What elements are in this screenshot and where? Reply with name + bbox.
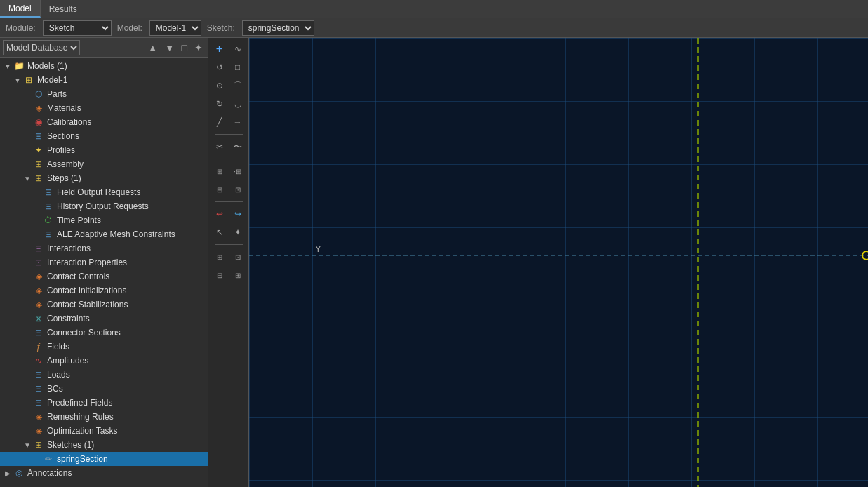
tool-add-btn[interactable]: + [211,41,228,58]
module-select[interactable]: Sketch Part Assembly Step Interaction Lo… [43,20,112,36]
tool-arrow-btn[interactable]: → [229,114,246,131]
tree-item-profiles[interactable]: ✦ Profiles [0,143,208,157]
tree-item-model1[interactable]: ▼ ⊞ Model-1 [0,73,208,87]
tool-cursor-btn[interactable]: ↖ [211,224,228,241]
tree-label-materials: Materials [47,103,81,113]
tree-label-assembly: Assembly [47,159,84,169]
model-label: Model: [117,23,142,33]
tool-row-grid1: ⊞ ·⊞ [211,163,246,180]
panel-icons: ▲ ▼ □ ✦ [146,41,205,54]
tool-fx-btn[interactable]: ⊞ [211,248,228,265]
tool-row-view: ⊙ ⌒ [211,77,246,94]
left-panel: Model Database ▲ ▼ □ ✦ ▼ 📁 Models (1) ▼ … [0,38,208,487]
tool-redo-btn[interactable]: ↪ [229,206,246,222]
tree-icon-amplitudes: ∿ [32,355,45,366]
tree-label-calibrations: Calibrations [47,117,91,127]
tree-item-fields[interactable]: ƒ Fields [0,340,208,354]
tool-row-line: ╱ → [211,114,246,131]
tree-item-amplitudes[interactable]: ∿ Amplitudes [0,354,208,368]
tree-item-predefined[interactable]: ⊟ Predefined Fields [0,396,208,410]
tree-item-contact-init[interactable]: ◈ Contact Initializations [0,283,208,298]
tree-icon-assembly: ⊞ [32,159,45,170]
tool-undo-btn[interactable]: ↩ [211,206,228,222]
tree-label-time-points: Time Points [57,215,101,225]
tool-panel: + ∿ ↺ □ ⊙ ⌒ ↻ ◡ ╱ → ✂ 〜 [208,38,249,487]
module-label: Module: [6,23,36,33]
tree-icon-contact-controls: ◈ [32,271,45,282]
tree-item-steps[interactable]: ▼ ⊞ Steps (1) [0,171,208,185]
tree-item-materials[interactable]: ◈ Materials [0,101,208,115]
tree-label-contact-controls: Contact Controls [47,272,109,281]
tree-item-springsection[interactable]: ✏ springSection [0,452,208,466]
tab-results[interactable]: Results [41,0,86,18]
tree-item-sections[interactable]: ⊟ Sections [0,129,208,143]
tree-item-field-output[interactable]: ⊟ Field Output Requests [0,185,208,199]
tree-item-constraints[interactable]: ⊠ Constraints [0,312,208,326]
tree-item-bcs[interactable]: ⊟ BCs [0,382,208,396]
tool-grid3-btn[interactable]: ⊟ [211,181,228,198]
tree-icon-contact-stab: ◈ [32,299,45,310]
tree-icon-materials: ◈ [32,102,45,114]
tool-fx4-btn[interactable]: ⊞ [229,267,246,283]
tree-label-interactions: Interactions [47,244,91,253]
tool-fx2-btn[interactable]: ⊡ [229,248,246,265]
tool-erase-btn[interactable]: ✦ [229,224,246,241]
tool-fx3-btn[interactable]: ⊟ [211,267,228,283]
tool-point-grid2-btn[interactable]: ·⊞ [229,163,246,180]
tool-sep-2 [215,159,243,159]
tool-arc-btn[interactable]: ⌒ [229,77,246,94]
tree-item-assembly[interactable]: ⊞ Assembly [0,157,208,171]
tree-label-ale-mesh: ALE Adaptive Mesh Constraints [57,229,175,239]
tool-wave-btn[interactable]: ∿ [229,41,246,58]
panel-title-select[interactable]: Model Database [3,40,80,55]
tree-label-interaction-props: Interaction Properties [47,258,127,267]
tree-item-optimization[interactable]: ◈ Optimization Tasks [0,424,208,438]
tree-label-loads: Loads [47,370,70,380]
canvas-area[interactable]: Y ↑ CSDN @lijil168 [249,38,868,487]
tree-icon-history-output: ⊟ [42,201,55,212]
tree-item-sketches[interactable]: ▼ ⊞ Sketches (1) [0,438,208,452]
tree-icon-contact-init: ◈ [32,285,45,296]
tool-line-btn[interactable]: ╱ [211,114,228,131]
tree-item-models[interactable]: ▼ 📁 Models (1) [0,59,208,73]
tool-trim-btn[interactable]: ✂ [211,138,228,155]
tree-item-time-points[interactable]: ⏱ Time Points [0,213,208,227]
tool-rotate-ccw-btn[interactable]: ↺ [211,59,228,76]
tree-item-contact-stab[interactable]: ◈ Contact Stabilizations [0,298,208,312]
tool-grid4-btn[interactable]: ⊡ [229,181,246,198]
tree-item-connector-sections[interactable]: ⊟ Connector Sections [0,326,208,340]
tree-item-calibrations[interactable]: ◉ Calibrations [0,115,208,129]
tree-item-parts[interactable]: ⬡ Parts [0,87,208,101]
tree-label-springsection: springSection [57,454,108,464]
tool-circle-btn[interactable]: ⊙ [211,77,228,94]
tool-point-grid-btn[interactable]: ⊞ [211,163,228,180]
tab-model[interactable]: Model [0,0,41,18]
tool-curve2-btn[interactable]: 〜 [229,138,246,155]
tool-row-cursor: ↖ ✦ [211,224,246,241]
panel-up-icon[interactable]: ▲ [146,41,160,54]
tree-item-loads[interactable]: ⊟ Loads [0,368,208,382]
tree-item-interactions[interactable]: ⊟ Interactions [0,241,208,255]
panel-settings-icon[interactable]: ✦ [192,41,205,54]
tree-item-interaction-props[interactable]: ⊡ Interaction Properties [0,255,208,269]
tree-label-connector-sections: Connector Sections [47,328,121,338]
tree-icon-model1: ⊞ [22,74,35,86]
sketch-select[interactable]: springSection [242,20,314,36]
tree-label-fields: Fields [47,342,69,352]
tree-item-history-output[interactable]: ⊟ History Output Requests [0,199,208,213]
tree-item-contact-controls[interactable]: ◈ Contact Controls [0,269,208,283]
tool-rotate-cw-btn[interactable]: ↻ [211,95,228,112]
tree-item-remeshing[interactable]: ◈ Remeshing Rules [0,410,208,424]
model-select[interactable]: Model-1 [149,20,201,36]
tool-rect-btn[interactable]: □ [229,59,246,76]
tree-arrow-steps: ▼ [22,175,32,182]
tree-item-annotations[interactable]: ▶ ◎ Annotations [0,466,208,480]
panel-down-icon[interactable]: ▼ [163,41,177,54]
tree-label-contact-stab: Contact Stabilizations [47,300,128,309]
tool-curve-btn[interactable]: ◡ [229,95,246,112]
tree-label-models: Models (1) [27,61,67,71]
sketch-label: Sketch: [207,23,235,33]
panel-collapse-icon[interactable]: □ [180,41,189,54]
tree-label-bcs: BCs [47,384,63,394]
tree-item-ale-mesh[interactable]: ⊟ ALE Adaptive Mesh Constraints [0,227,208,241]
